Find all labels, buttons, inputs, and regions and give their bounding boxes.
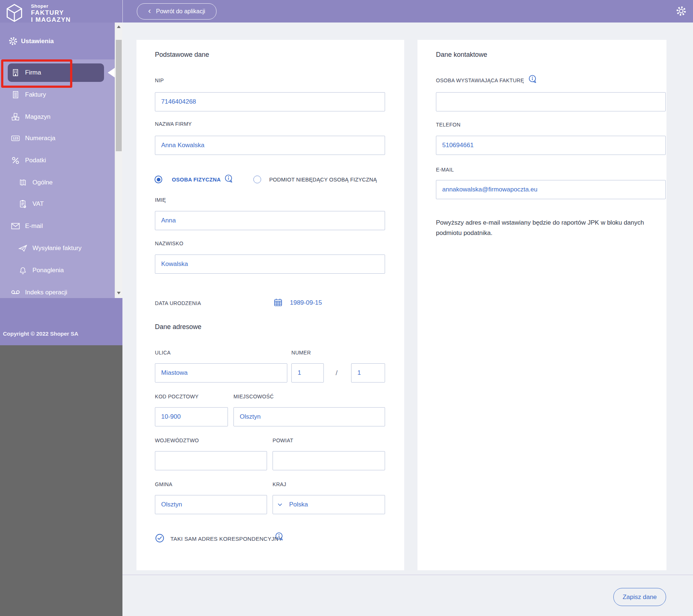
company-name-input[interactable] [155,136,385,155]
save-button[interactable]: Zapisz dane [613,588,666,606]
country-value: Polska [289,501,308,508]
zip-input[interactable] [155,407,228,426]
brand-line2: I MAGAZYN [31,16,71,23]
invoice-issuer-label: OSOBA WYSTAWIAJĄCA FAKTURĘ [436,77,524,83]
clipboard-icon [18,200,27,208]
percent-icon [11,156,20,165]
phone-input[interactable] [436,136,666,155]
numbering-icon: 123 [11,134,20,143]
sidebar-item-label: E-mail [25,222,43,230]
radio-natural-person-label[interactable]: OSOBA FIZYCZNA [172,177,221,183]
chevron-down-icon [277,503,283,506]
brand-name: Shoper [31,4,71,9]
sidebar-menu: Firma Faktury [0,59,122,298]
sidebar-item-email[interactable]: E-mail [0,215,115,237]
jpk-email-note: Powyższy adres e-mail wstawiany będzie d… [436,218,660,238]
scrollbar-down-arrow[interactable] [117,292,121,294]
voicemail-icon [11,288,20,297]
sidebar-item-ogolne[interactable]: Ogólne [0,172,115,194]
sidebar-item-label: Podatki [25,157,46,164]
country-select[interactable]: Polska [273,495,385,514]
sidebar-item-ponaglenia[interactable]: Ponaglenia [0,259,115,281]
book-icon [18,178,27,187]
number-separator: / [336,369,337,377]
topbar: ‹ Powrót do aplikacji [122,0,693,23]
voivodeship-label: WOJEWÓDZTWO [155,437,199,443]
section-title-contact: Dane kontaktowe [436,51,487,59]
scrollbar-up-arrow[interactable] [117,25,121,28]
svg-text:123: 123 [13,136,18,140]
sidebar-item-podatki[interactable]: Podatki [0,149,115,172]
number2-input[interactable] [351,363,385,383]
basic-data-card: Podstawowe dane NIP NAZWA FIRMY OSOBA FI… [136,40,404,570]
sidebar-item-label: Magazyn [25,113,51,121]
sidebar-gray-panel [0,345,122,616]
sidebar-item-label: VAT [32,200,44,208]
annotation-highlight-box [1,59,72,88]
back-to-app-button[interactable]: ‹ Powrót do aplikacji [137,3,216,20]
radio-natural-person[interactable] [155,176,162,183]
company-name-label: NAZWA FIRMY [155,121,192,127]
last-name-label: NAZWISKO [155,240,183,246]
info-icon[interactable] [275,532,284,542]
brand-line1: FAKTURY [31,9,71,16]
radio-non-natural-person[interactable] [253,176,261,183]
sidebar-item-label: Ogólne [32,179,53,186]
scrollbar-thumb[interactable] [116,40,122,151]
sidebar-item-magazyn[interactable]: Magazyn [0,106,115,128]
city-input[interactable] [233,407,385,426]
number-label: NUMER [291,350,311,356]
city-label: MIEJSCOWOŚĆ [233,394,274,399]
nip-label: NIP [155,77,164,83]
calendar-icon[interactable] [274,298,283,307]
sidebar-scrollbar[interactable] [115,23,122,298]
number-input[interactable] [291,363,324,383]
same-address-checkbox[interactable] [155,533,164,543]
voivodeship-input[interactable] [155,451,267,470]
bell-icon [18,266,27,275]
street-input[interactable] [155,363,287,383]
radio-non-natural-person-label[interactable]: PODMIOT NIEBĘDĄCY OSOBĄ FIZYCZNĄ [269,177,377,183]
phone-label: TELEFON [436,122,461,128]
contact-data-card: Dane kontaktowe OSOBA WYSTAWIAJĄCA FAKTU… [417,40,666,570]
zip-label: KOD POCZTOWY [155,394,198,399]
email-label: E-MAIL [436,167,454,173]
info-icon[interactable] [224,174,233,184]
chevron-left-icon: ‹ [148,7,151,15]
first-name-input[interactable] [155,211,385,230]
section-title-basic: Podstawowe dane [155,51,209,59]
nip-input[interactable] [155,92,385,111]
dob-value[interactable]: 1989-09-15 [290,299,322,307]
sidebar-footer: Copyright © 2022 Shoper SA [0,298,122,345]
active-item-pointer [108,68,115,77]
first-name-label: IMIĘ [155,197,166,203]
last-name-input[interactable] [155,255,385,274]
copyright-text: Copyright © 2022 Shoper SA [3,331,78,337]
sidebar-item-vat[interactable]: VAT [0,193,115,215]
sidebar-settings-header[interactable]: Ustawienia [0,23,122,59]
sidebar: Shoper FAKTURY I MAGAZYN Ustawienia [0,0,122,616]
sidebar-item-label: Numeracja [25,135,55,142]
sidebar-item-wysylanie-faktury[interactable]: Wysyłanie faktury [0,237,115,259]
county-input[interactable] [273,451,385,470]
sidebar-item-label: Wysyłanie faktury [32,245,82,252]
invoice-icon [11,90,20,99]
settings-gear-icon[interactable] [676,6,687,17]
email-input[interactable] [436,180,666,199]
info-icon[interactable] [528,75,537,84]
footer-divider [122,575,693,575]
brand-text: Shoper FAKTURY I MAGAZYN [31,4,71,23]
commune-input[interactable] [155,495,267,514]
sidebar-item-label: Faktury [25,91,46,98]
save-button-label: Zapisz dane [623,593,657,601]
country-label: KRAJ [273,481,286,487]
invoice-issuer-input[interactable] [436,92,666,111]
street-label: ULICA [155,350,171,356]
sidebar-settings-label: Ustawienia [21,38,54,45]
sidebar-item-label: Ponaglenia [32,267,64,274]
page: Shoper FAKTURY I MAGAZYN Ustawienia [0,0,693,616]
back-button-label: Powrót do aplikacji [156,8,205,15]
same-address-label[interactable]: TAKI SAM ADRES KORESPONDENCYJNY [170,536,282,542]
sidebar-item-numeracja[interactable]: 123 Numeracja [0,127,115,149]
county-label: POWIAT [273,437,293,443]
